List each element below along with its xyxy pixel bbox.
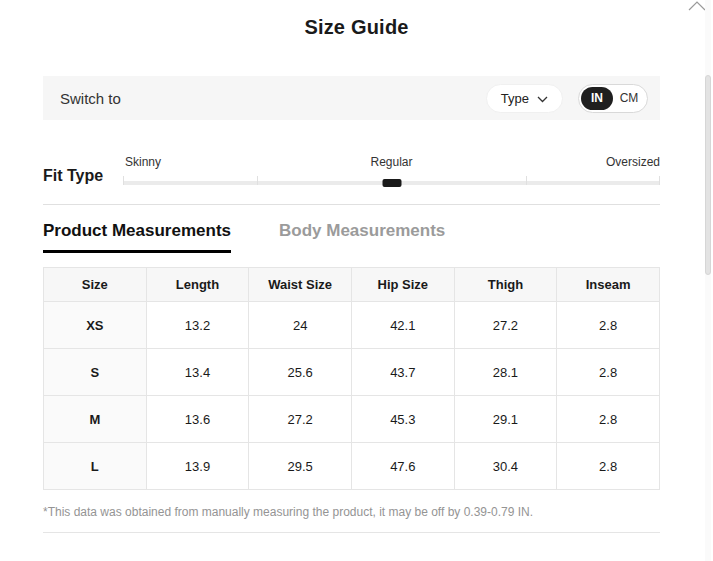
tab-body-measurements[interactable]: Body Measurements (279, 221, 445, 253)
value-cell: 25.6 (249, 349, 352, 396)
unit-switch-bar: Switch to Type IN CM (43, 76, 660, 120)
table-row-s: S 13.4 25.6 43.7 28.1 2.8 (44, 349, 660, 396)
table-row-l: L 13.9 29.5 47.6 30.4 2.8 (44, 443, 660, 490)
measurement-disclaimer: *This data was obtained from manually me… (43, 505, 660, 519)
size-cell: XS (44, 302, 147, 349)
column-header-length: Length (146, 268, 249, 302)
size-cell: M (44, 396, 147, 443)
value-cell: 30.4 (454, 443, 557, 490)
value-cell: 28.1 (454, 349, 557, 396)
size-cell: L (44, 443, 147, 490)
value-cell: 42.1 (351, 302, 454, 349)
page-title: Size Guide (0, 0, 713, 39)
size-cell: S (44, 349, 147, 396)
tab-product-measurements[interactable]: Product Measurements (43, 221, 231, 253)
switch-to-label: Switch to (60, 90, 121, 107)
value-cell: 47.6 (351, 443, 454, 490)
content: Switch to Type IN CM Fit Type (43, 76, 660, 533)
column-header-size: Size (44, 268, 147, 302)
value-cell: 45.3 (351, 396, 454, 443)
column-header-hip: Hip Size (351, 268, 454, 302)
unit-option-in[interactable]: IN (581, 87, 613, 110)
value-cell: 29.1 (454, 396, 557, 443)
fit-track-tick (526, 176, 527, 185)
value-cell: 43.7 (351, 349, 454, 396)
fit-type-row: Fit Type Skinny Regular Oversized (43, 155, 660, 185)
value-cell: 2.8 (557, 302, 660, 349)
table-row-m: M 13.6 27.2 45.3 29.1 2.8 (44, 396, 660, 443)
fit-option-regular[interactable]: Regular (370, 155, 412, 169)
table-row-xs: XS 13.2 24 42.1 27.2 2.8 (44, 302, 660, 349)
size-guide-panel: Size Guide Switch to Type IN CM (0, 0, 713, 561)
scrollbar-thumb[interactable] (705, 75, 711, 275)
value-cell: 2.8 (557, 396, 660, 443)
value-cell: 29.5 (249, 443, 352, 490)
value-cell: 27.2 (454, 302, 557, 349)
bottom-divider (43, 532, 660, 533)
type-dropdown[interactable]: Type (486, 84, 563, 113)
section-divider (43, 204, 660, 205)
chevron-down-icon (537, 91, 548, 106)
table-body: XS 13.2 24 42.1 27.2 2.8 S 13.4 25.6 43.… (44, 302, 660, 490)
fit-type-track[interactable] (123, 181, 660, 185)
table-header-row: Size Length Waist Size Hip Size Thigh In… (44, 268, 660, 302)
value-cell: 2.8 (557, 443, 660, 490)
fit-type-slider[interactable]: Skinny Regular Oversized (123, 155, 660, 185)
table-header: Size Length Waist Size Hip Size Thigh In… (44, 268, 660, 302)
fit-option-oversized[interactable]: Oversized (606, 155, 660, 169)
column-header-inseam: Inseam (557, 268, 660, 302)
measurements-table: Size Length Waist Size Hip Size Thigh In… (43, 267, 660, 490)
switch-controls: Type IN CM (486, 84, 648, 113)
fit-type-slider-handle[interactable] (382, 179, 401, 187)
column-header-waist: Waist Size (249, 268, 352, 302)
value-cell: 13.9 (146, 443, 249, 490)
fit-track-tick (659, 176, 660, 185)
fit-track-tick (257, 176, 258, 185)
fit-type-label: Fit Type (43, 167, 123, 185)
value-cell: 13.2 (146, 302, 249, 349)
column-header-thigh: Thigh (454, 268, 557, 302)
unit-option-cm[interactable]: CM (613, 87, 645, 110)
unit-toggle: IN CM (578, 84, 648, 113)
fit-type-options: Skinny Regular Oversized (123, 155, 660, 171)
value-cell: 13.6 (146, 396, 249, 443)
value-cell: 24 (249, 302, 352, 349)
value-cell: 13.4 (146, 349, 249, 396)
value-cell: 2.8 (557, 349, 660, 396)
measurement-tabs: Product Measurements Body Measurements (43, 221, 660, 253)
fit-option-skinny[interactable]: Skinny (125, 155, 161, 169)
value-cell: 27.2 (249, 396, 352, 443)
fit-track-tick (123, 176, 124, 185)
type-dropdown-label: Type (501, 91, 529, 106)
